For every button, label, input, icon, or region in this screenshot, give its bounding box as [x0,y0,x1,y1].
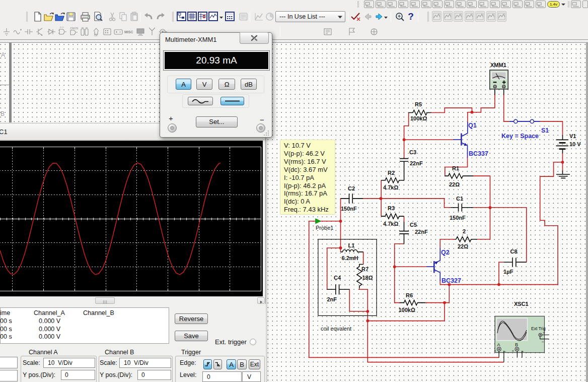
svg-text:+: + [543,331,545,335]
svg-text:A: A [497,342,500,347]
svg-text:BC327: BC327 [442,277,461,284]
svg-text:18Ω: 18Ω [362,275,373,281]
svg-text:4.7kΩ: 4.7kΩ [383,221,398,227]
svg-text:22nF: 22nF [415,229,428,235]
svg-text:22Ω: 22Ω [449,181,460,187]
svg-text:R7: R7 [361,266,369,272]
svg-text:+: + [494,349,496,353]
svg-text:2nF: 2nF [327,296,337,302]
svg-text:6.2mH: 6.2mH [342,255,358,261]
svg-text:L1: L1 [348,242,355,248]
svg-text:Q2: Q2 [441,249,450,256]
svg-text:C8: C8 [510,248,518,254]
svg-text:coil eqvalent: coil eqvalent [321,326,351,332]
svg-text:2: 2 [463,228,466,234]
svg-text:−: − [542,340,544,344]
svg-text:150nF: 150nF [450,215,466,221]
svg-text:Q1: Q1 [468,122,477,129]
svg-text:XMM1: XMM1 [490,62,506,68]
svg-text:R1: R1 [452,165,459,171]
svg-text:B: B [515,342,518,347]
svg-text:+: + [512,349,514,353]
svg-text:V1: V1 [569,133,576,139]
svg-text:C4: C4 [334,275,341,281]
svg-text:4.7kΩ: 4.7kΩ [383,184,398,190]
svg-text:22nF: 22nF [410,160,423,166]
svg-text:Key = Space: Key = Space [501,133,539,140]
svg-text:1μF: 1μF [503,269,513,275]
svg-text:BC337: BC337 [469,150,488,157]
svg-text:100kΩ: 100kΩ [410,115,427,121]
svg-text:XSC1: XSC1 [514,301,529,307]
svg-text:150nF: 150nF [341,206,357,212]
svg-text:22Ω: 22Ω [458,243,468,249]
svg-text:Probe1: Probe1 [316,225,333,231]
svg-text:S1: S1 [541,127,549,134]
svg-text:R6: R6 [406,292,413,298]
svg-text:10 V: 10 V [569,141,581,147]
svg-text:C5: C5 [410,222,417,228]
svg-text:R2: R2 [388,170,395,176]
svg-text:100kΩ: 100kΩ [399,307,415,313]
svg-text:C2: C2 [348,185,355,192]
svg-text:R5: R5 [415,101,422,107]
svg-text:R3: R3 [388,205,395,211]
svg-text:C1: C1 [456,196,463,202]
svg-text:C3: C3 [409,149,416,155]
